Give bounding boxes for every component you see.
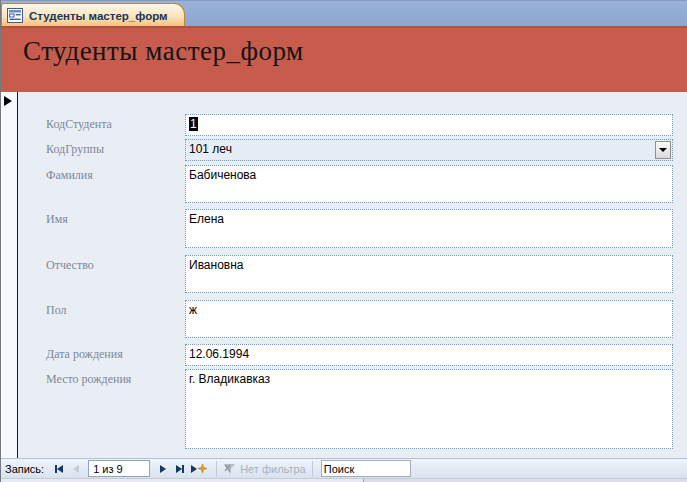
navbar-separator xyxy=(312,461,313,477)
combo-value: 101 леч xyxy=(189,142,232,156)
new-record-button[interactable] xyxy=(189,462,209,476)
document-tab-strip: Студенты мастер_форм xyxy=(1,0,687,26)
form-body: КодСтудента 1 КодГруппы 101 леч Фамилия … xyxy=(1,92,687,458)
label-kodstudenta: КодСтудента xyxy=(46,117,112,132)
field-value: г. Владикавказ xyxy=(189,372,270,386)
new-record-star-icon xyxy=(198,464,207,473)
record-position-box[interactable]: 1 из 9 xyxy=(88,460,150,477)
label-imya: Имя xyxy=(46,212,68,227)
filter-status-label: Нет фильтра xyxy=(240,463,306,475)
field-familiya[interactable]: Бабиченова xyxy=(185,165,673,203)
tab-students-master-form[interactable]: Студенты мастер_форм xyxy=(1,3,185,27)
record-selector-strip[interactable] xyxy=(1,92,18,458)
field-pol[interactable]: ж xyxy=(185,300,673,338)
filter-crossed-icon xyxy=(223,463,236,475)
navbar-separator xyxy=(216,461,217,477)
new-record-icon xyxy=(191,465,197,473)
field-imya[interactable]: Елена xyxy=(185,209,673,248)
field-kodgruppy[interactable]: 101 леч xyxy=(185,139,673,161)
label-kodgruppy: КодГруппы xyxy=(46,142,104,157)
chevron-down-icon xyxy=(659,148,667,152)
label-data-rozhdeniya: Дата рождения xyxy=(46,347,123,362)
last-record-button[interactable] xyxy=(172,462,187,476)
label-pol: Пол xyxy=(46,303,67,318)
form-icon xyxy=(7,8,23,23)
field-value: Ивановна xyxy=(189,258,244,272)
field-value: 12.06.1994 xyxy=(189,347,249,361)
record-navigation-bar: Запись: 1 из 9 xyxy=(1,458,687,478)
search-input[interactable] xyxy=(321,460,411,477)
label-otchestvo: Отчество xyxy=(46,258,94,273)
field-value: ж xyxy=(189,303,197,317)
next-record-button[interactable] xyxy=(155,462,170,476)
form-title: Студенты мастер_форм xyxy=(23,36,304,67)
label-familiya: Фамилия xyxy=(46,168,93,183)
label-mesto-rozhdeniya: Место рождения xyxy=(46,372,131,387)
filter-status-button[interactable]: Нет фильтра xyxy=(223,463,306,475)
record-label: Запись: xyxy=(5,463,44,475)
field-otchestvo[interactable]: Ивановна xyxy=(185,255,673,293)
previous-record-icon xyxy=(73,465,79,473)
field-value: Елена xyxy=(189,212,224,226)
field-mesto-rozhdeniya[interactable]: г. Владикавказ xyxy=(185,369,673,449)
field-data-rozhdeniya[interactable]: 12.06.1994 xyxy=(185,344,673,366)
tab-title: Студенты мастер_форм xyxy=(29,10,168,22)
next-record-icon xyxy=(160,465,166,473)
current-record-arrow-icon xyxy=(4,96,12,106)
access-form-window: Студенты мастер_форм Студенты мастер_фор… xyxy=(0,0,687,482)
field-value: Бабиченова xyxy=(189,168,256,182)
form-header: Студенты мастер_форм xyxy=(1,26,687,92)
selected-text: 1 xyxy=(189,117,198,131)
first-record-button[interactable] xyxy=(51,462,66,476)
combo-dropdown-button[interactable] xyxy=(655,141,671,159)
field-kodstudenta[interactable]: 1 xyxy=(185,114,673,136)
bottom-scroll-strip xyxy=(1,478,687,482)
record-position: 1 из 9 xyxy=(93,463,123,475)
previous-record-button[interactable] xyxy=(68,462,83,476)
